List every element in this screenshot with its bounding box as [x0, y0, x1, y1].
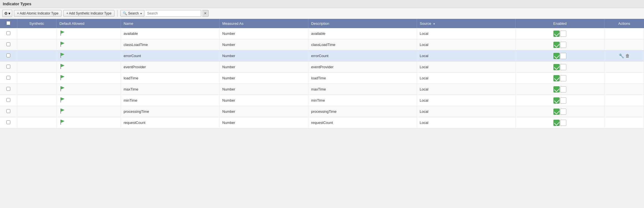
flag-icon — [59, 108, 65, 114]
row-synthetic-cell — [17, 39, 57, 50]
table-container: Synthetic Default Allowed Name Measured … — [0, 19, 644, 128]
enabled-checkbox-empty[interactable] — [560, 64, 566, 70]
row-description-cell: requestCount — [308, 117, 417, 128]
row-checkbox-cell — [0, 39, 17, 50]
row-actions-cell — [604, 39, 644, 50]
row-default-allowed-cell — [57, 95, 121, 106]
enabled-checkbox[interactable] — [553, 109, 560, 115]
row-enabled-cell — [516, 106, 604, 117]
row-checkbox-cell — [0, 73, 17, 84]
row-name-cell: errorCount — [121, 50, 219, 62]
row-actions-cell — [604, 73, 644, 84]
row-measured-as-cell: Number — [219, 39, 308, 50]
row-actions-cell — [604, 106, 644, 117]
table-row: loadTime Number loadTime Local — [0, 73, 644, 84]
trash-icon[interactable]: 🗑 — [625, 53, 630, 58]
row-default-allowed-cell — [57, 117, 121, 128]
row-default-allowed-cell — [57, 28, 121, 39]
enabled-checkbox[interactable] — [553, 42, 560, 48]
gear-icon: ⚙ — [4, 11, 8, 16]
table-row: errorCount Number errorCount Local 🔧🗑 — [0, 50, 644, 62]
row-checkbox-cell — [0, 95, 17, 106]
flag-icon — [59, 75, 65, 81]
sort-arrow-icon: ▾ — [433, 22, 435, 25]
enabled-checkbox-empty[interactable] — [560, 31, 566, 37]
row-checkbox[interactable] — [6, 98, 10, 102]
search-clear-button[interactable]: ✕ — [202, 10, 209, 17]
table-row: classLoadTime Number classLoadTime Local — [0, 39, 644, 50]
row-description-cell: maxTime — [308, 84, 417, 95]
add-atomic-button[interactable]: + Add Atomic Indicator Type — [14, 10, 62, 17]
select-all-checkbox[interactable] — [6, 21, 10, 25]
enabled-checkbox[interactable] — [553, 53, 560, 59]
enabled-checkbox[interactable] — [553, 86, 560, 92]
row-source-cell: Local — [417, 106, 515, 117]
gear-button[interactable]: ⚙ ▾ — [2, 10, 12, 17]
row-description-cell: errorCount — [308, 50, 417, 62]
table-row: maxTime Number maxTime Local — [0, 84, 644, 95]
flag-icon — [59, 97, 65, 103]
row-source-cell: Local — [417, 117, 515, 128]
add-synthetic-button[interactable]: + Add Synthetic Indicator Type — [63, 10, 114, 17]
row-actions-cell — [604, 62, 644, 73]
enabled-checkbox-empty[interactable] — [560, 42, 566, 48]
row-enabled-cell — [516, 73, 604, 84]
flag-icon — [59, 52, 65, 58]
row-default-allowed-cell — [57, 50, 121, 62]
enabled-checkbox-empty[interactable] — [560, 75, 566, 81]
search-dropdown-button[interactable]: 🔍 Search ▾ — [120, 10, 144, 17]
row-actions-cell — [604, 28, 644, 39]
row-checkbox-cell — [0, 84, 17, 95]
svg-marker-13 — [61, 97, 64, 101]
row-measured-as-cell: Number — [219, 84, 308, 95]
column-header-checkbox[interactable] — [0, 19, 17, 28]
row-measured-as-cell: Number — [219, 62, 308, 73]
svg-marker-15 — [61, 109, 64, 112]
row-checkbox[interactable] — [6, 109, 10, 113]
row-checkbox-cell — [0, 50, 17, 62]
flag-icon — [59, 63, 65, 70]
row-checkbox[interactable] — [6, 42, 10, 46]
page-title: Indicator Types — [0, 0, 644, 8]
enabled-cell-container — [518, 31, 601, 37]
enabled-checkbox-empty[interactable] — [560, 120, 566, 126]
enabled-checkbox-empty[interactable] — [560, 109, 566, 115]
enabled-checkbox-empty[interactable] — [560, 86, 566, 92]
enabled-checkbox[interactable] — [553, 97, 560, 104]
search-input[interactable] — [145, 10, 201, 17]
row-checkbox-cell — [0, 117, 17, 128]
row-name-cell: requestCount — [121, 117, 219, 128]
enabled-checkbox[interactable] — [553, 120, 560, 126]
row-description-cell: available — [308, 28, 417, 39]
svg-marker-7 — [61, 64, 64, 67]
row-description-cell: minTime — [308, 95, 417, 106]
row-checkbox[interactable] — [6, 65, 10, 68]
table-body: available Number available Local classLo… — [0, 28, 644, 128]
enabled-cell-container — [518, 42, 601, 48]
row-checkbox[interactable] — [6, 87, 10, 91]
row-default-allowed-cell — [57, 39, 121, 50]
wrench-icon[interactable]: 🔧 — [619, 53, 624, 58]
row-checkbox[interactable] — [6, 31, 10, 35]
column-header-description: Description — [308, 19, 417, 28]
enabled-checkbox[interactable] — [553, 75, 560, 81]
enabled-checkbox[interactable] — [553, 31, 560, 37]
row-source-cell: Local — [417, 50, 515, 62]
row-description-cell: classLoadTime — [308, 39, 417, 50]
chevron-down-icon: ▾ — [140, 12, 142, 15]
enabled-cell-container — [518, 109, 601, 115]
row-source-cell: Local — [417, 28, 515, 39]
column-header-source[interactable]: Source ▾ — [417, 19, 515, 28]
table-header-row: Synthetic Default Allowed Name Measured … — [0, 19, 644, 28]
row-checkbox[interactable] — [6, 120, 10, 124]
row-checkbox[interactable] — [6, 76, 10, 80]
enabled-checkbox[interactable] — [553, 64, 560, 70]
svg-marker-3 — [61, 42, 64, 45]
toolbar-separator — [117, 10, 118, 17]
row-checkbox[interactable] — [6, 53, 10, 57]
enabled-checkbox-empty[interactable] — [560, 97, 566, 104]
svg-marker-17 — [61, 120, 64, 123]
flag-icon — [59, 119, 65, 125]
enabled-checkbox-empty[interactable] — [560, 53, 566, 59]
row-name-cell: loadTime — [121, 73, 219, 84]
